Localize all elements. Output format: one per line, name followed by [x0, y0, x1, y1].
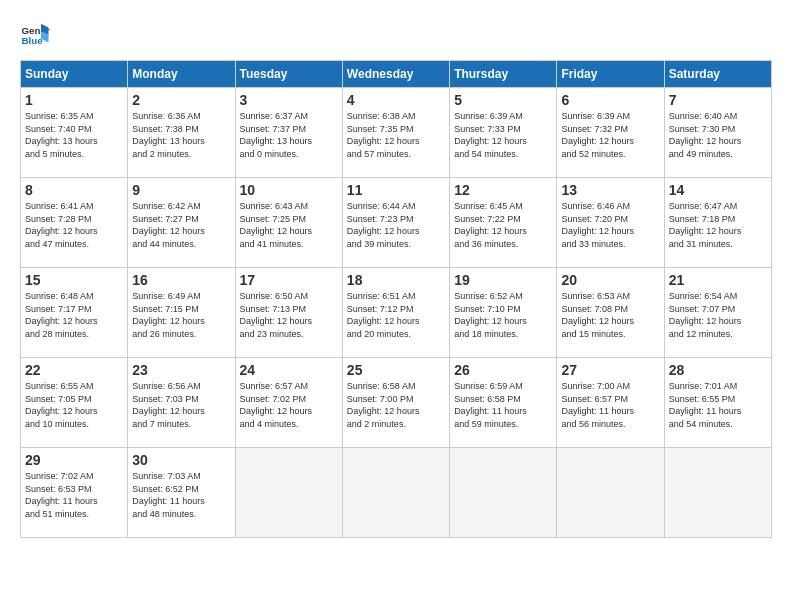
- day-cell: 14Sunrise: 6:47 AMSunset: 7:18 PMDayligh…: [664, 178, 771, 268]
- empty-cell: [342, 448, 449, 538]
- day-cell: 15Sunrise: 6:48 AMSunset: 7:17 PMDayligh…: [21, 268, 128, 358]
- day-info: Sunrise: 6:49 AMSunset: 7:15 PMDaylight:…: [132, 290, 230, 340]
- day-info: Sunrise: 6:37 AMSunset: 7:37 PMDaylight:…: [240, 110, 338, 160]
- day-cell: 25Sunrise: 6:58 AMSunset: 7:00 PMDayligh…: [342, 358, 449, 448]
- day-number: 14: [669, 182, 767, 198]
- day-info: Sunrise: 6:39 AMSunset: 7:33 PMDaylight:…: [454, 110, 552, 160]
- day-cell: 2Sunrise: 6:36 AMSunset: 7:38 PMDaylight…: [128, 88, 235, 178]
- day-info: Sunrise: 6:44 AMSunset: 7:23 PMDaylight:…: [347, 200, 445, 250]
- day-cell: 16Sunrise: 6:49 AMSunset: 7:15 PMDayligh…: [128, 268, 235, 358]
- day-number: 19: [454, 272, 552, 288]
- calendar: SundayMondayTuesdayWednesdayThursdayFrid…: [20, 60, 772, 538]
- day-info: Sunrise: 6:41 AMSunset: 7:28 PMDaylight:…: [25, 200, 123, 250]
- calendar-week-row: 15Sunrise: 6:48 AMSunset: 7:17 PMDayligh…: [21, 268, 772, 358]
- day-info: Sunrise: 7:01 AMSunset: 6:55 PMDaylight:…: [669, 380, 767, 430]
- day-info: Sunrise: 6:42 AMSunset: 7:27 PMDaylight:…: [132, 200, 230, 250]
- empty-cell: [235, 448, 342, 538]
- day-cell: 1Sunrise: 6:35 AMSunset: 7:40 PMDaylight…: [21, 88, 128, 178]
- day-cell: 18Sunrise: 6:51 AMSunset: 7:12 PMDayligh…: [342, 268, 449, 358]
- day-cell: 30Sunrise: 7:03 AMSunset: 6:52 PMDayligh…: [128, 448, 235, 538]
- day-number: 27: [561, 362, 659, 378]
- day-cell: 6Sunrise: 6:39 AMSunset: 7:32 PMDaylight…: [557, 88, 664, 178]
- weekday-header-monday: Monday: [128, 61, 235, 88]
- weekday-header-thursday: Thursday: [450, 61, 557, 88]
- day-cell: 7Sunrise: 6:40 AMSunset: 7:30 PMDaylight…: [664, 88, 771, 178]
- day-number: 5: [454, 92, 552, 108]
- empty-cell: [557, 448, 664, 538]
- day-number: 13: [561, 182, 659, 198]
- day-number: 29: [25, 452, 123, 468]
- day-info: Sunrise: 6:51 AMSunset: 7:12 PMDaylight:…: [347, 290, 445, 340]
- day-number: 22: [25, 362, 123, 378]
- day-info: Sunrise: 6:54 AMSunset: 7:07 PMDaylight:…: [669, 290, 767, 340]
- day-cell: 21Sunrise: 6:54 AMSunset: 7:07 PMDayligh…: [664, 268, 771, 358]
- day-info: Sunrise: 7:00 AMSunset: 6:57 PMDaylight:…: [561, 380, 659, 430]
- day-number: 1: [25, 92, 123, 108]
- day-cell: 11Sunrise: 6:44 AMSunset: 7:23 PMDayligh…: [342, 178, 449, 268]
- day-info: Sunrise: 6:52 AMSunset: 7:10 PMDaylight:…: [454, 290, 552, 340]
- day-info: Sunrise: 6:39 AMSunset: 7:32 PMDaylight:…: [561, 110, 659, 160]
- day-number: 18: [347, 272, 445, 288]
- day-cell: 4Sunrise: 6:38 AMSunset: 7:35 PMDaylight…: [342, 88, 449, 178]
- day-number: 30: [132, 452, 230, 468]
- day-number: 20: [561, 272, 659, 288]
- calendar-week-row: 8Sunrise: 6:41 AMSunset: 7:28 PMDaylight…: [21, 178, 772, 268]
- calendar-week-row: 29Sunrise: 7:02 AMSunset: 6:53 PMDayligh…: [21, 448, 772, 538]
- day-cell: 22Sunrise: 6:55 AMSunset: 7:05 PMDayligh…: [21, 358, 128, 448]
- day-number: 25: [347, 362, 445, 378]
- day-info: Sunrise: 6:55 AMSunset: 7:05 PMDaylight:…: [25, 380, 123, 430]
- day-cell: 9Sunrise: 6:42 AMSunset: 7:27 PMDaylight…: [128, 178, 235, 268]
- day-number: 9: [132, 182, 230, 198]
- day-cell: 8Sunrise: 6:41 AMSunset: 7:28 PMDaylight…: [21, 178, 128, 268]
- day-number: 21: [669, 272, 767, 288]
- empty-cell: [450, 448, 557, 538]
- day-cell: 24Sunrise: 6:57 AMSunset: 7:02 PMDayligh…: [235, 358, 342, 448]
- day-info: Sunrise: 6:40 AMSunset: 7:30 PMDaylight:…: [669, 110, 767, 160]
- day-number: 7: [669, 92, 767, 108]
- day-info: Sunrise: 6:45 AMSunset: 7:22 PMDaylight:…: [454, 200, 552, 250]
- weekday-header-wednesday: Wednesday: [342, 61, 449, 88]
- day-cell: 29Sunrise: 7:02 AMSunset: 6:53 PMDayligh…: [21, 448, 128, 538]
- day-info: Sunrise: 6:35 AMSunset: 7:40 PMDaylight:…: [25, 110, 123, 160]
- day-cell: 3Sunrise: 6:37 AMSunset: 7:37 PMDaylight…: [235, 88, 342, 178]
- day-cell: 12Sunrise: 6:45 AMSunset: 7:22 PMDayligh…: [450, 178, 557, 268]
- day-info: Sunrise: 6:38 AMSunset: 7:35 PMDaylight:…: [347, 110, 445, 160]
- weekday-header-sunday: Sunday: [21, 61, 128, 88]
- day-info: Sunrise: 6:47 AMSunset: 7:18 PMDaylight:…: [669, 200, 767, 250]
- calendar-week-row: 22Sunrise: 6:55 AMSunset: 7:05 PMDayligh…: [21, 358, 772, 448]
- day-info: Sunrise: 7:03 AMSunset: 6:52 PMDaylight:…: [132, 470, 230, 520]
- weekday-header-tuesday: Tuesday: [235, 61, 342, 88]
- header: General Blue: [20, 20, 772, 50]
- weekday-header-friday: Friday: [557, 61, 664, 88]
- day-info: Sunrise: 6:58 AMSunset: 7:00 PMDaylight:…: [347, 380, 445, 430]
- day-number: 23: [132, 362, 230, 378]
- day-cell: 27Sunrise: 7:00 AMSunset: 6:57 PMDayligh…: [557, 358, 664, 448]
- day-cell: 13Sunrise: 6:46 AMSunset: 7:20 PMDayligh…: [557, 178, 664, 268]
- day-cell: 19Sunrise: 6:52 AMSunset: 7:10 PMDayligh…: [450, 268, 557, 358]
- day-cell: 5Sunrise: 6:39 AMSunset: 7:33 PMDaylight…: [450, 88, 557, 178]
- day-number: 11: [347, 182, 445, 198]
- day-cell: 23Sunrise: 6:56 AMSunset: 7:03 PMDayligh…: [128, 358, 235, 448]
- weekday-header-saturday: Saturday: [664, 61, 771, 88]
- day-number: 26: [454, 362, 552, 378]
- day-number: 8: [25, 182, 123, 198]
- day-number: 16: [132, 272, 230, 288]
- day-number: 15: [25, 272, 123, 288]
- day-info: Sunrise: 6:59 AMSunset: 6:58 PMDaylight:…: [454, 380, 552, 430]
- calendar-week-row: 1Sunrise: 6:35 AMSunset: 7:40 PMDaylight…: [21, 88, 772, 178]
- weekday-header-row: SundayMondayTuesdayWednesdayThursdayFrid…: [21, 61, 772, 88]
- day-info: Sunrise: 6:53 AMSunset: 7:08 PMDaylight:…: [561, 290, 659, 340]
- day-info: Sunrise: 6:48 AMSunset: 7:17 PMDaylight:…: [25, 290, 123, 340]
- day-info: Sunrise: 6:50 AMSunset: 7:13 PMDaylight:…: [240, 290, 338, 340]
- day-cell: 20Sunrise: 6:53 AMSunset: 7:08 PMDayligh…: [557, 268, 664, 358]
- day-info: Sunrise: 7:02 AMSunset: 6:53 PMDaylight:…: [25, 470, 123, 520]
- day-number: 10: [240, 182, 338, 198]
- day-number: 3: [240, 92, 338, 108]
- day-info: Sunrise: 6:57 AMSunset: 7:02 PMDaylight:…: [240, 380, 338, 430]
- day-number: 2: [132, 92, 230, 108]
- day-number: 12: [454, 182, 552, 198]
- day-number: 6: [561, 92, 659, 108]
- day-info: Sunrise: 6:36 AMSunset: 7:38 PMDaylight:…: [132, 110, 230, 160]
- day-info: Sunrise: 6:56 AMSunset: 7:03 PMDaylight:…: [132, 380, 230, 430]
- logo: General Blue: [20, 20, 50, 50]
